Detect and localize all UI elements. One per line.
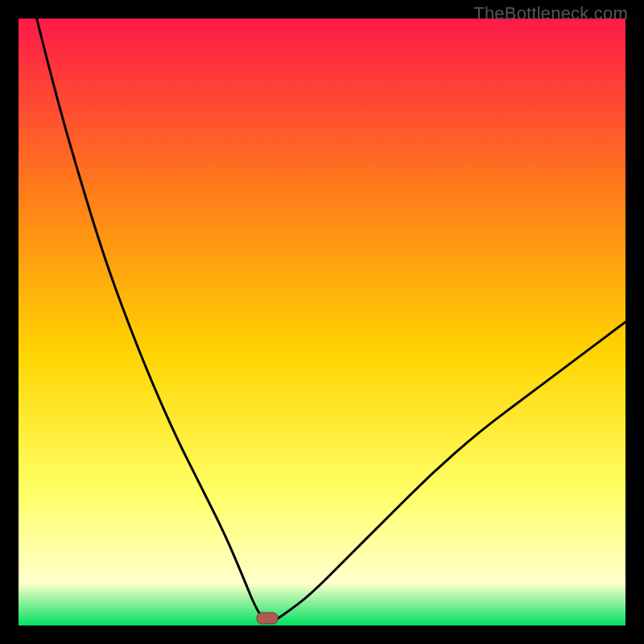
chart-frame: TheBottleneck.com — [0, 0, 644, 644]
optimum-marker — [257, 613, 278, 624]
plot-area — [19, 19, 625, 625]
gradient-background — [19, 19, 625, 625]
watermark-text: TheBottleneck.com — [473, 3, 628, 24]
bottleneck-chart-svg — [19, 19, 625, 625]
